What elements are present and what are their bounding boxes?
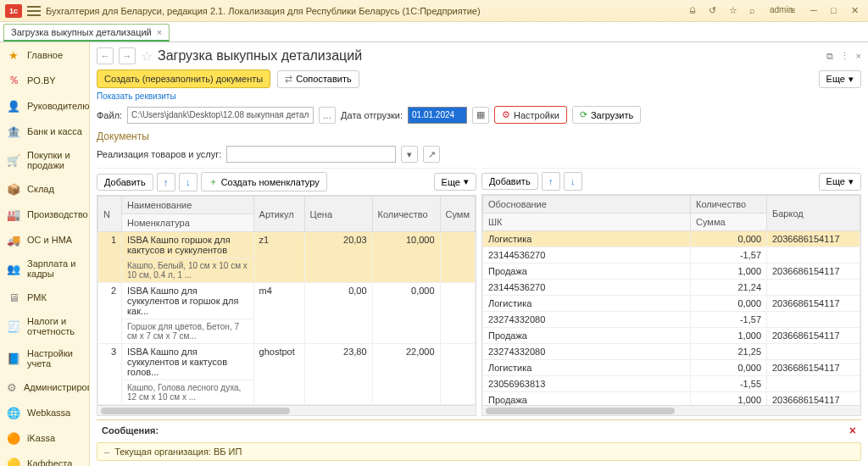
search-icon[interactable]: ⌕	[749, 5, 761, 17]
create-documents-button[interactable]: Создать (перезаполнить) документы	[97, 69, 270, 88]
tab-close-icon[interactable]: ×	[157, 27, 162, 37]
file-input[interactable]	[127, 107, 314, 124]
left-grid[interactable]: N Наименование Артикул Цена Количество С…	[97, 196, 476, 406]
table-row[interactable]: 2ISBA Кашпо для суккулентов и горшок для…	[98, 283, 476, 319]
realization-input[interactable]	[226, 146, 396, 163]
date-input[interactable]	[408, 107, 467, 124]
table-row[interactable]: 23056963813-1,55	[483, 376, 860, 392]
add-button-right[interactable]: Добавить	[481, 173, 538, 190]
sidebar-item-9[interactable]: 🖥РМК	[0, 285, 89, 310]
col-art[interactable]: Артикул	[253, 197, 304, 232]
load-button[interactable]: ⟳Загрузить	[572, 106, 641, 124]
sidebar-item-13[interactable]: 🌐Webkassa	[0, 400, 89, 425]
more-button-left[interactable]: Еще▾	[434, 173, 476, 191]
messages-close-icon[interactable]: ×	[849, 424, 856, 437]
compare-icon: ⇄	[285, 74, 292, 85]
col-sum2[interactable]: Сумма	[691, 214, 767, 231]
close-page-icon[interactable]: ×	[856, 51, 861, 62]
sidebar-item-8[interactable]: 👥Зарплата и кадры	[0, 252, 89, 285]
sidebar-item-10[interactable]: 🧾Налоги и отчетность	[0, 310, 89, 342]
table-row[interactable]: 3ISBA Кашпо для суккулентов и кактусов г…	[98, 344, 476, 380]
table-row[interactable]: Продажа1,0002036686154117	[483, 392, 860, 407]
date-label: Дата отгрузки:	[341, 110, 403, 120]
table-row[interactable]: 23274332080-1,57	[483, 312, 860, 328]
compare-button[interactable]: ⇄Сопоставить	[277, 70, 359, 88]
message-line: – Текущая организация: ВБ ИП	[97, 442, 861, 461]
tab-label: Загрузка выкупных детализаций	[11, 27, 152, 37]
book-icon: 📘	[7, 352, 20, 365]
move-up-button-left[interactable]: ↑	[157, 173, 175, 191]
back-button[interactable]: ←	[97, 47, 114, 64]
col-n[interactable]: N	[98, 197, 122, 232]
sidebar-item-15[interactable]: 🟡Каффеста	[0, 451, 89, 466]
table-row[interactable]: Логистика0,0002036686154117	[483, 231, 860, 247]
settings-button[interactable]: ⚙Настройки	[494, 106, 567, 124]
forward-button[interactable]: →	[119, 47, 136, 64]
favorite-icon[interactable]: ☆	[141, 48, 153, 64]
move-down-button-left[interactable]: ↓	[179, 173, 198, 191]
col-name[interactable]: Наименование	[122, 197, 254, 214]
close-window-icon[interactable]: ✕	[851, 5, 863, 17]
sidebar-item-11[interactable]: 📘Настройки учета	[0, 342, 89, 374]
right-grid[interactable]: Обоснование Количество Баркод ШК Сумма Л…	[482, 195, 860, 406]
sidebar-item-7[interactable]: 🚚ОС и НМА	[0, 227, 89, 252]
sidebar-item-14[interactable]: 🟠iKassa	[0, 425, 89, 451]
table-row[interactable]: Продажа1,0002036686154117	[483, 264, 860, 280]
sidebar-item-3[interactable]: 🏦Банк и касса	[0, 119, 89, 144]
sidebar-item-6[interactable]: 🏭Производство	[0, 202, 89, 227]
sidebar-item-5[interactable]: 📦Склад	[0, 176, 89, 202]
kebab-icon[interactable]: ⋮	[840, 51, 849, 62]
sidebar-item-2[interactable]: 👤Руководителю	[0, 93, 89, 119]
more-button-right[interactable]: Еще▾	[819, 173, 861, 191]
sidebar-item-label: РМК	[27, 292, 47, 302]
menu-icon[interactable]	[27, 6, 41, 16]
col-basis[interactable]: Обоснование	[483, 196, 691, 214]
sidebar-item-label: Администрирование	[24, 382, 90, 392]
add-button-left[interactable]: Добавить	[97, 174, 153, 191]
col-qty[interactable]: Количество	[372, 197, 440, 232]
table-row[interactable]: Продажа1,0002036686154117	[483, 328, 860, 344]
right-panel: Добавить ↑ ↓ Еще▾ Обоснование Количество	[481, 168, 861, 416]
user-label[interactable]: admin	[770, 5, 782, 17]
realization-open-button[interactable]: ↗	[423, 146, 440, 163]
show-details-link[interactable]: Показать реквизиты	[90, 92, 868, 104]
col-shk[interactable]: ШК	[483, 214, 691, 231]
sidebar: ★Главное％PO.BY👤Руководителю🏦Банк и касса…	[0, 42, 90, 466]
left-h-scrollbar[interactable]	[97, 406, 476, 416]
tab-active[interactable]: Загрузка выкупных детализаций ×	[3, 24, 170, 42]
table-row[interactable]: Логистика0,0002036686154117	[483, 360, 860, 376]
table-row[interactable]: 1ISBA Кашпо горшок для кактусов и суккул…	[98, 232, 476, 258]
move-up-button-right[interactable]: ↑	[542, 172, 560, 191]
sidebar-item-1[interactable]: ％PO.BY	[0, 68, 89, 93]
right-h-scrollbar[interactable]	[481, 406, 861, 416]
col-price[interactable]: Цена	[304, 197, 372, 232]
sidebar-item-0[interactable]: ★Главное	[0, 42, 89, 68]
table-row[interactable]: 2327433208021,25	[483, 344, 860, 360]
history-icon[interactable]: ↺	[709, 5, 721, 17]
more-button-top[interactable]: Еще▾	[819, 70, 861, 88]
sidebar-item-label: Настройки учета	[27, 348, 82, 369]
external-link-icon[interactable]: ⧉	[826, 51, 833, 62]
create-nomenclature-button[interactable]: ＋Создать номенклатуру	[201, 172, 327, 191]
sidebar-item-12[interactable]: ⚙Администрирование	[0, 374, 89, 400]
chevron-down-icon: ▾	[849, 176, 854, 187]
date-picker-button[interactable]: ▦	[472, 107, 489, 124]
minimize-icon[interactable]: ─	[810, 5, 822, 17]
sidebar-item-4[interactable]: 🛒Покупки и продажи	[0, 144, 89, 176]
file-browse-button[interactable]: …	[319, 107, 336, 124]
title-bar: 1c Бухгалтерия для Беларуси, редакция 2.…	[0, 0, 868, 22]
table-row[interactable]: 23144536270-1,57	[483, 247, 860, 264]
menu-dots-icon[interactable]: ≡	[790, 5, 802, 17]
table-row[interactable]: 2314453627021,24	[483, 280, 860, 296]
star-icon[interactable]: ☆	[729, 5, 741, 17]
maximize-icon[interactable]: □	[831, 5, 843, 17]
col-sum[interactable]: Сумм	[440, 197, 475, 232]
messages-title: Сообщения:	[102, 425, 159, 435]
col-qty2[interactable]: Количество	[691, 196, 767, 214]
move-down-button-right[interactable]: ↓	[564, 172, 582, 191]
realization-dropdown-button[interactable]: ▾	[401, 146, 418, 163]
col-barcode[interactable]: Баркод	[767, 196, 860, 231]
col-nom[interactable]: Номенклатура	[122, 214, 254, 232]
table-row[interactable]: Логистика0,0002036686154117	[483, 296, 860, 312]
bell-icon[interactable]: 🕭	[688, 5, 700, 17]
